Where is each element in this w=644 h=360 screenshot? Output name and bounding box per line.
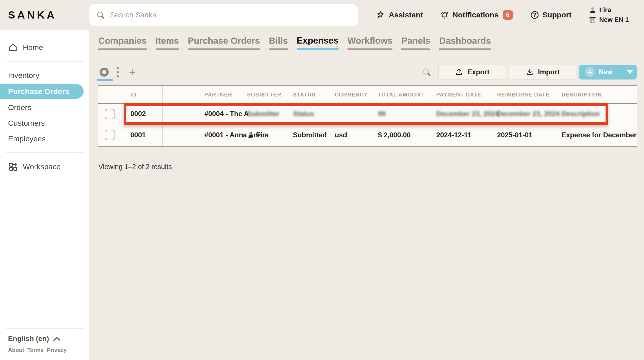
- tab-workflows[interactable]: Workflows: [348, 36, 393, 50]
- assistant-button[interactable]: Assistant: [376, 10, 423, 20]
- storefront-icon: [588, 16, 596, 24]
- sidebar-footer: English (en) About Terms Privacy: [0, 322, 89, 360]
- sidebar-divider: [6, 61, 83, 62]
- sparkle-star-icon: [376, 10, 386, 20]
- main-content: Companies Items Purchase Orders Bills Ex…: [90, 30, 644, 360]
- arrow-down-tray-icon: [526, 68, 534, 76]
- submitter-name: Fira: [256, 131, 269, 139]
- cell-reimburse-date: 2025-01-01: [497, 131, 562, 139]
- cell-payment-date: 2024-12-11: [436, 131, 497, 139]
- ring-icon: [100, 68, 109, 77]
- sidebar-item-orders[interactable]: Orders: [0, 100, 89, 115]
- cell-description: Expense for December: [562, 131, 636, 139]
- search-icon: [96, 10, 105, 19]
- chevron-up-icon: [53, 336, 60, 342]
- plus-circle-icon: +: [585, 67, 595, 77]
- workspace-name: New EN 1: [599, 16, 629, 23]
- sidebar-divider: [6, 152, 83, 153]
- results-summary: Viewing 1–2 of 2 results: [98, 163, 636, 171]
- terms-link[interactable]: Terms: [27, 347, 44, 353]
- grid-plus-icon: [8, 162, 18, 172]
- sidebar-item-home[interactable]: Home: [0, 39, 89, 55]
- sidebar-divider: [6, 328, 83, 329]
- sidebar-item-label: Inventory: [8, 71, 39, 80]
- app-logo: SANKA: [0, 9, 90, 21]
- notifications-button[interactable]: Notifications 6: [440, 10, 513, 20]
- about-link[interactable]: About: [8, 347, 24, 353]
- new-split-button: + New: [579, 65, 636, 79]
- column-header-partner: PARTNER: [183, 92, 247, 98]
- export-button[interactable]: Export: [438, 65, 506, 79]
- sidebar-item-label: Customers: [8, 119, 45, 128]
- sidebar: Home Inventory Purchase Orders Orders Cu…: [0, 30, 90, 360]
- search-input[interactable]: [110, 11, 351, 19]
- tab-panels[interactable]: Panels: [402, 36, 430, 50]
- table-row[interactable]: 0001 #0001 - Anna Ann Fira Submitted usd…: [98, 124, 636, 146]
- cell-total-amount: $ 2,000.00: [378, 131, 436, 139]
- new-label: New: [598, 68, 613, 76]
- tab-purchase-orders[interactable]: Purchase Orders: [188, 36, 260, 50]
- sidebar-item-workspace[interactable]: Workspace: [0, 159, 89, 175]
- global-search[interactable]: [90, 4, 358, 26]
- add-view-button[interactable]: +: [129, 68, 135, 77]
- table-header-row: ID PARTNER SUBMITTER STATUS CURRENCY TOT…: [98, 86, 636, 104]
- notifications-label: Notifications: [452, 10, 499, 19]
- support-label: Support: [542, 10, 572, 19]
- cell-status: Submitted: [293, 131, 335, 139]
- module-tabs: Companies Items Purchase Orders Bills Ex…: [98, 35, 636, 50]
- person-icon: [588, 6, 596, 14]
- column-header-total-amount: TOTAL AMOUNT: [378, 92, 436, 98]
- column-header-description: DESCRIPTION: [562, 92, 636, 98]
- cell-description: Description: [562, 110, 636, 118]
- expenses-table: ID PARTNER SUBMITTER STATUS CURRENCY TOT…: [98, 85, 636, 147]
- cell-id: 0001: [130, 131, 183, 139]
- assistant-label: Assistant: [389, 10, 423, 19]
- cell-partner: #0004 - The A: [183, 110, 247, 118]
- active-view-underline: [96, 79, 113, 81]
- topbar: SANKA Assistant: [0, 0, 644, 30]
- question-circle-icon: [530, 10, 539, 20]
- sidebar-item-employees[interactable]: Employees: [0, 131, 89, 147]
- language-label: English (en): [8, 335, 49, 343]
- language-selector[interactable]: English (en): [0, 335, 89, 343]
- table-search-button[interactable]: [422, 67, 432, 77]
- tab-expenses[interactable]: Expenses: [297, 35, 338, 50]
- notifications-count-badge: 6: [503, 10, 513, 20]
- sidebar-item-customers[interactable]: Customers: [0, 115, 89, 131]
- toolbar-actions: Export Import + New: [422, 65, 636, 79]
- topbar-actions: Assistant Notifications 6 Supp: [376, 6, 644, 24]
- row-checkbox[interactable]: [105, 130, 115, 140]
- import-button[interactable]: Import: [509, 65, 576, 79]
- tab-companies[interactable]: Companies: [98, 36, 147, 50]
- sidebar-item-purchase-orders[interactable]: Purchase Orders: [0, 84, 84, 99]
- sidebar-item-inventory[interactable]: Inventory: [0, 67, 89, 83]
- bell-icon: [440, 10, 450, 20]
- new-dropdown-button[interactable]: [623, 65, 636, 79]
- row-checkbox[interactable]: [105, 109, 115, 119]
- column-header-id: ID: [130, 92, 183, 98]
- column-header-reimburse-date: REIMBURSE DATE: [497, 92, 562, 98]
- support-button[interactable]: Support: [530, 10, 572, 20]
- user-menu[interactable]: Fira New EN 1: [588, 6, 629, 24]
- cell-currency: usd: [335, 131, 378, 139]
- view-options-menu[interactable]: [116, 67, 120, 77]
- home-icon: [8, 42, 18, 52]
- tab-dashboards[interactable]: Dashboards: [439, 36, 491, 50]
- cell-submitter: Submitter: [247, 110, 293, 118]
- cell-submitter: Fira: [247, 131, 293, 139]
- triangle-down-icon: [627, 70, 633, 74]
- cell-status: Status: [293, 110, 335, 118]
- sidebar-item-label: Home: [23, 43, 43, 52]
- cell-id: 0002: [130, 110, 183, 118]
- view-tab[interactable]: [98, 68, 110, 77]
- sidebar-item-label: Workspace: [23, 162, 60, 171]
- view-controls: +: [98, 67, 135, 77]
- person-icon: [247, 132, 254, 139]
- privacy-link[interactable]: Privacy: [47, 347, 67, 353]
- new-button[interactable]: + New: [579, 65, 619, 79]
- table-row[interactable]: 0002 #0004 - The A Submitter Status 99 D…: [98, 104, 636, 124]
- tab-items[interactable]: Items: [156, 36, 179, 50]
- cell-reimburse-date: December 23, 2024: [497, 110, 562, 118]
- user-name: Fira: [599, 6, 611, 14]
- tab-bills[interactable]: Bills: [269, 36, 288, 50]
